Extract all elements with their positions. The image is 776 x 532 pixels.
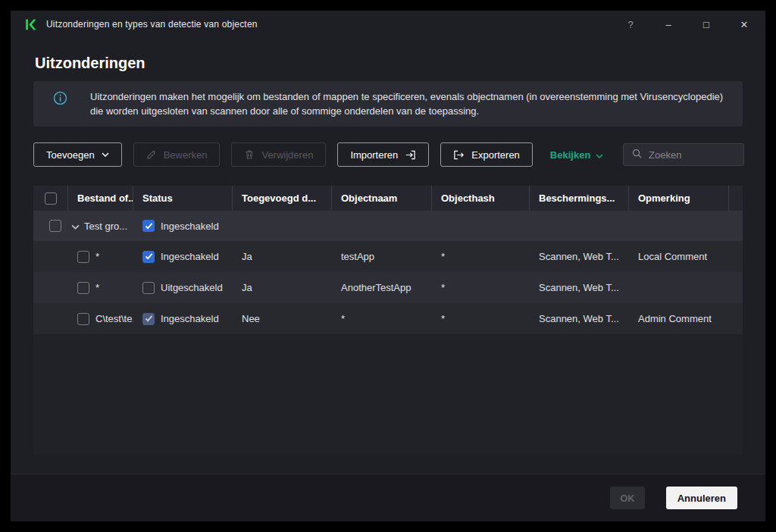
cancel-button[interactable]: Annuleren (666, 487, 737, 509)
export-button-label: Exporteren (471, 149, 520, 161)
table-row-group[interactable]: Test gro... Ingeschakeld (33, 211, 743, 241)
ok-button[interactable]: OK (610, 487, 645, 509)
file-cell: C\test\te... (95, 313, 133, 324)
export-button[interactable]: Exporteren (440, 142, 533, 167)
edit-button-label: Bewerken (164, 149, 208, 161)
dialog-footer: OK Annuleren (11, 474, 765, 521)
window-title: Uitzonderingen en types van detectie van… (46, 19, 258, 30)
status-checkbox[interactable] (142, 220, 155, 232)
added-cell: Nee (233, 303, 332, 334)
info-icon (53, 91, 67, 108)
header-select-cell (33, 186, 68, 211)
status-label: Ingeschakeld (161, 313, 219, 324)
chevron-down-icon (596, 149, 603, 161)
page-title: Uitzonderingen (35, 55, 765, 72)
column-header-added[interactable]: Toegevoegd d... (233, 186, 332, 211)
objectname-cell: testApp (332, 241, 432, 272)
status-label: Ingeschakeld (161, 251, 219, 262)
table-row[interactable]: C\test\te... Ingeschakeld Nee * * Scanne… (33, 303, 743, 334)
objecthash-cell: * (432, 272, 530, 303)
exclusions-table: Bestand of... Status Toegevoegd d... Obj… (33, 186, 743, 455)
export-icon (453, 149, 465, 161)
row-select-checkbox[interactable] (77, 251, 89, 263)
search-input[interactable] (649, 149, 736, 161)
delete-button[interactable]: Verwijderen (231, 142, 326, 167)
column-header-status[interactable]: Status (133, 186, 233, 211)
toolbar: Toevoegen Bewerken Verwijderen Importere… (33, 142, 744, 167)
info-text: Uitzonderingen maken het mogelijk om bes… (90, 89, 728, 118)
chevron-down-icon (102, 152, 109, 157)
column-header-comment[interactable]: Opmerking (629, 186, 729, 211)
status-label: Ingeschakeld (161, 221, 219, 232)
file-cell: * (95, 282, 99, 293)
import-button-label: Importeren (350, 149, 398, 161)
status-label: Uitgeschakeld (161, 282, 223, 293)
protection-cell: Scannen, Web T... (530, 303, 629, 334)
import-icon (405, 149, 416, 161)
collapse-chevron-icon[interactable] (71, 221, 80, 232)
dialog-window: Uitzonderingen en types van detectie van… (11, 11, 765, 521)
titlebar: Uitzonderingen en types van detectie van… (11, 11, 765, 38)
search-box (623, 143, 744, 166)
help-button[interactable]: ? (624, 19, 637, 30)
close-button[interactable]: ✕ (738, 19, 750, 30)
file-cell: * (95, 251, 99, 262)
column-header-objecthash[interactable]: Objecthash (432, 186, 530, 211)
import-button[interactable]: Importeren (337, 142, 429, 167)
column-header-file[interactable]: Bestand of... (68, 186, 133, 211)
window-controls: ? – □ ✕ (624, 19, 765, 30)
protection-cell: Scannen, Web T... (530, 272, 629, 303)
column-header-spacer (729, 186, 743, 211)
added-cell: Ja (233, 272, 332, 303)
view-dropdown[interactable]: Bekijken (550, 149, 603, 161)
comment-cell (629, 272, 729, 303)
row-select-checkbox[interactable] (49, 220, 61, 232)
pencil-icon (146, 149, 157, 160)
add-button[interactable]: Toevoegen (33, 142, 122, 167)
comment-cell: Admin Comment (629, 303, 729, 334)
column-header-protection[interactable]: Beschermings... (530, 186, 629, 211)
table-row[interactable]: * Ingeschakeld Ja testApp * Scannen, Web… (33, 241, 743, 272)
table-row[interactable]: * Uitgeschakeld Ja AnotherTestApp * Scan… (33, 272, 743, 303)
objecthash-cell: * (432, 241, 530, 272)
status-checkbox[interactable] (142, 282, 155, 294)
status-checkbox-locked (142, 313, 155, 325)
column-header-objectname[interactable]: Objectnaam (332, 186, 432, 211)
view-dropdown-label: Bekijken (550, 149, 590, 161)
objecthash-cell: * (432, 303, 530, 334)
select-all-checkbox[interactable] (45, 192, 57, 205)
edit-button[interactable]: Bewerken (133, 142, 221, 167)
added-cell: Ja (233, 241, 332, 272)
comment-cell: Local Comment (629, 241, 729, 272)
status-checkbox[interactable] (142, 251, 155, 263)
protection-cell: Scannen, Web T... (530, 241, 629, 272)
objectname-cell: AnotherTestApp (332, 272, 432, 303)
group-name: Test gro... (84, 221, 127, 232)
row-select-checkbox[interactable] (77, 282, 89, 294)
info-banner: Uitzonderingen maken het mogelijk om bes… (33, 81, 743, 127)
kaspersky-logo-icon (24, 18, 37, 31)
delete-button-label: Verwijderen (261, 149, 313, 161)
row-select-checkbox[interactable] (77, 313, 89, 325)
table-empty-area (33, 334, 743, 455)
maximize-button[interactable]: □ (700, 19, 712, 30)
minimize-button[interactable]: – (662, 19, 674, 30)
objectname-cell: * (332, 303, 432, 334)
search-icon (631, 148, 643, 162)
table-header: Bestand of... Status Toegevoegd d... Obj… (33, 186, 743, 211)
trash-icon (244, 149, 255, 160)
add-button-label: Toevoegen (46, 149, 95, 161)
